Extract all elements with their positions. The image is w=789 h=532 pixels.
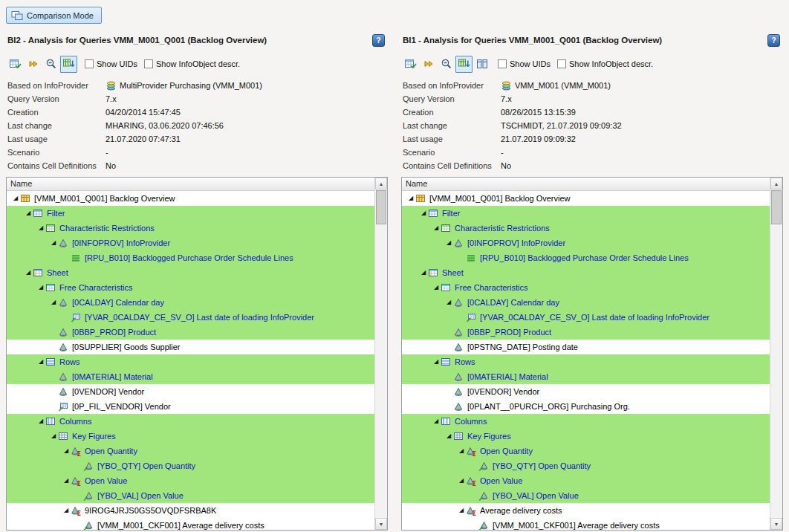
tree-node[interactable]: ◢Characteristic Restrictions bbox=[402, 221, 770, 236]
expand-arrow-icon[interactable]: ◢ bbox=[457, 473, 466, 488]
tree-node[interactable]: [YBO_QTY] Open Quantity bbox=[7, 458, 374, 473]
expand-arrow-icon[interactable]: ◢ bbox=[49, 236, 58, 250]
display-query-button[interactable] bbox=[7, 56, 24, 73]
tree-node[interactable]: ◢ΣOpen Quantity bbox=[7, 444, 374, 458]
expand-arrow-icon[interactable]: ◢ bbox=[62, 444, 71, 458]
tree-node[interactable]: [VMM_M001_CKF001] Average delivery costs bbox=[7, 518, 374, 530]
checkbox-label: Show InfoObject descr. bbox=[156, 59, 240, 68]
help-icon[interactable]: ? bbox=[372, 34, 385, 47]
expand-arrow-icon[interactable]: ◢ bbox=[11, 191, 20, 206]
vertical-scrollbar[interactable]: ▲ ▼ bbox=[770, 178, 782, 530]
tree-node[interactable]: [YBO_QTY] Open Quantity bbox=[402, 458, 770, 473]
expand-arrow-icon[interactable]: ◢ bbox=[444, 236, 453, 250]
tree-node[interactable]: ◢Σ9IROG4JRJS0GS5OVQDFSRBA8K bbox=[7, 503, 374, 518]
scrollbar-thumb[interactable] bbox=[376, 190, 386, 224]
scroll-up-button[interactable]: ▲ bbox=[770, 178, 782, 189]
tree-node[interactable]: ◢ΣOpen Quantity bbox=[402, 444, 770, 458]
tree-node[interactable]: [RPU_B010] Backlogged Purchase Order Sch… bbox=[7, 250, 374, 265]
tree-node[interactable]: ◢Key Figures bbox=[7, 429, 374, 444]
tree-node[interactable]: ◢Filter bbox=[7, 206, 374, 221]
technical-names-button[interactable] bbox=[420, 56, 437, 73]
scroll-down-button[interactable]: ▼ bbox=[770, 518, 782, 530]
tree-node[interactable]: [0SUPPLIER] Goods Supplier bbox=[7, 340, 374, 354]
expand-arrow-icon[interactable]: ◢ bbox=[62, 503, 71, 518]
display-query-button[interactable] bbox=[402, 56, 419, 73]
tree-node[interactable]: ◢Filter bbox=[402, 206, 770, 221]
expand-subtree-button[interactable] bbox=[455, 56, 473, 73]
expand-arrow-icon[interactable]: ◢ bbox=[62, 473, 71, 488]
tree-node[interactable]: [0VENDOR] Vendor bbox=[7, 384, 374, 399]
tree-node[interactable]: ◢Free Characteristics bbox=[7, 280, 374, 295]
expand-arrow-icon[interactable]: ◢ bbox=[36, 280, 45, 295]
show-uids-checkbox[interactable]: Show UIDs bbox=[498, 59, 551, 68]
tree-node[interactable]: ◢Key Figures bbox=[402, 429, 770, 444]
expand-arrow-icon[interactable]: ◢ bbox=[419, 206, 428, 221]
expand-subtree-button[interactable] bbox=[60, 56, 77, 73]
scroll-down-button[interactable]: ▼ bbox=[375, 518, 387, 530]
expand-arrow-icon[interactable]: ◢ bbox=[419, 265, 428, 280]
zoom-out-button[interactable] bbox=[438, 56, 455, 73]
tree-node[interactable]: ◢[VMM_M001_Q001] Backlog Overview bbox=[7, 191, 374, 206]
tree-node[interactable]: [0VENDOR] Vendor bbox=[402, 384, 770, 399]
expand-arrow-icon[interactable]: ◢ bbox=[36, 221, 45, 236]
tree-node[interactable]: [0MATERIAL] Material bbox=[7, 369, 374, 384]
tree-node[interactable]: [0MATERIAL] Material bbox=[402, 369, 770, 384]
member-icon bbox=[466, 253, 478, 263]
tree-node[interactable]: ◢Free Characteristics bbox=[402, 280, 770, 295]
tree-node[interactable]: ◢Rows bbox=[402, 354, 770, 369]
expand-arrow-icon[interactable]: ◢ bbox=[49, 429, 58, 444]
tree-node[interactable]: ◢ΣAverage delivery costs bbox=[402, 503, 770, 518]
expand-arrow-icon[interactable]: ◢ bbox=[457, 444, 466, 458]
expand-arrow-icon[interactable]: ◢ bbox=[432, 414, 441, 429]
tree-node[interactable]: [RPU_B010] Backlogged Purchase Order Sch… bbox=[402, 250, 770, 265]
expand-arrow-icon[interactable]: ◢ bbox=[36, 354, 45, 369]
show-uids-checkbox[interactable]: Show UIDs bbox=[85, 59, 137, 68]
vertical-scrollbar[interactable]: ▲ ▼ bbox=[374, 178, 387, 530]
tree-node[interactable]: ◢Sheet bbox=[7, 265, 374, 280]
tree-node[interactable]: ◢[0CALDAY] Calendar day bbox=[7, 295, 374, 310]
tree-node[interactable]: ◢Columns bbox=[402, 414, 770, 429]
tree-node[interactable]: ◢Columns bbox=[7, 414, 374, 429]
expand-arrow-icon[interactable]: ◢ bbox=[406, 191, 415, 206]
comparison-mode-button[interactable]: Comparison Mode bbox=[6, 7, 102, 24]
show-infoobject-descr-checkbox[interactable]: Show InfoObject descr. bbox=[557, 59, 653, 68]
tree-node[interactable]: [0BBP_PROD] Product bbox=[7, 325, 374, 340]
tree-node[interactable]: ◢ΣOpen Value bbox=[402, 473, 770, 488]
tree-node[interactable]: [YBO_VAL] Open Value bbox=[7, 488, 374, 503]
tree-node[interactable]: ◢[VMM_M001_Q001] Backlog Overview bbox=[402, 191, 770, 206]
show-infoobject-descr-checkbox[interactable]: Show InfoObject descr. bbox=[144, 59, 240, 68]
property-label: Scenario bbox=[7, 148, 105, 157]
tree-node[interactable]: ◢ΣOpen Value bbox=[7, 473, 374, 488]
tree-node[interactable]: ◢Sheet bbox=[402, 265, 770, 280]
tree-node[interactable]: [YBO_VAL] Open Value bbox=[402, 488, 770, 503]
tree-node[interactable]: [YVAR_0CALDAY_CE_SV_O] Last date of load… bbox=[7, 310, 374, 325]
expand-arrow-icon[interactable]: ◢ bbox=[24, 206, 33, 221]
tree-node[interactable]: [0PLANT__0PURCH_ORG] Purchasing Org. bbox=[402, 399, 770, 414]
tree-node[interactable]: [VMM_M001_CKF001] Average delivery costs bbox=[402, 518, 770, 530]
tree-node[interactable]: [0BBP_PROD] Product bbox=[402, 325, 770, 340]
tree-node[interactable]: ◢[0CALDAY] Calendar day bbox=[402, 295, 770, 310]
scrollbar-thumb[interactable] bbox=[771, 190, 782, 224]
help-icon[interactable]: ? bbox=[767, 34, 780, 47]
expand-arrow-icon[interactable]: ◢ bbox=[36, 414, 45, 429]
split-view-button[interactable] bbox=[473, 56, 490, 73]
tree-node[interactable]: ◢[0INFOPROV] InfoProvider bbox=[7, 236, 374, 250]
expand-arrow-icon[interactable]: ◢ bbox=[432, 354, 441, 369]
tree-node[interactable]: ◢Characteristic Restrictions bbox=[7, 221, 374, 236]
expand-arrow-icon[interactable]: ◢ bbox=[444, 295, 453, 310]
expand-arrow-icon[interactable]: ◢ bbox=[444, 429, 453, 444]
technical-names-button[interactable] bbox=[25, 56, 42, 73]
zoom-out-button[interactable] bbox=[42, 56, 59, 73]
tree-node[interactable]: [0P_FIL_VENDOR] Vendor bbox=[7, 399, 374, 414]
tree-node[interactable]: [YVAR_0CALDAY_CE_SV_O] Last date of load… bbox=[402, 310, 770, 325]
expand-arrow-icon[interactable]: ◢ bbox=[49, 295, 58, 310]
expand-arrow-icon[interactable]: ◢ bbox=[432, 221, 441, 236]
scroll-up-button[interactable]: ▲ bbox=[375, 178, 387, 189]
expand-arrow-icon[interactable]: ◢ bbox=[24, 265, 33, 280]
tree-node[interactable]: [0PSTNG_DATE] Posting date bbox=[402, 340, 770, 354]
formula-icon: Σ bbox=[466, 446, 478, 456]
expand-arrow-icon[interactable]: ◢ bbox=[432, 280, 441, 295]
expand-arrow-icon[interactable]: ◢ bbox=[457, 503, 466, 518]
tree-node[interactable]: ◢Rows bbox=[7, 354, 374, 369]
tree-node[interactable]: ◢[0INFOPROV] InfoProvider bbox=[402, 236, 770, 250]
